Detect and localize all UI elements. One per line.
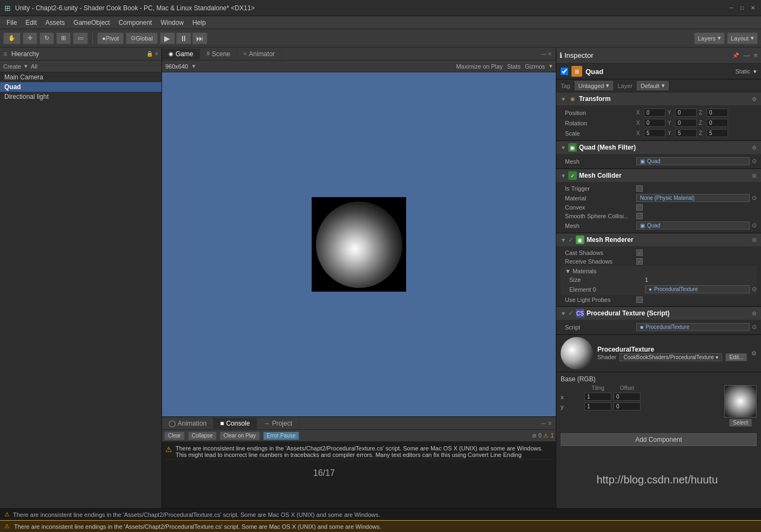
play-button[interactable]: ▶ (160, 32, 175, 44)
hierarchy-item-camera[interactable]: Main Camera (0, 72, 161, 82)
tab-console[interactable]: ■ Console (213, 418, 257, 429)
gizmos-btn[interactable]: Gizmos (525, 63, 545, 70)
mesh-renderer-header[interactable]: ▼ ✓ ▣ Mesh Renderer ⚙ (556, 233, 761, 246)
tab-animation[interactable]: ◯ Animation (162, 418, 213, 429)
tiling-x-input[interactable] (584, 393, 611, 401)
mesh-filter-settings[interactable]: ⚙ (752, 145, 757, 151)
is-trigger-checkbox[interactable] (636, 185, 643, 192)
script-ref[interactable]: ■ ProceduralTexture (636, 323, 750, 331)
mesh-filter-header[interactable]: ▼ ▣ Quad (Mesh Filter) ⚙ (556, 141, 761, 154)
step-button[interactable]: ⏭ (192, 32, 207, 44)
inspector-pin-icon[interactable]: 📌 (732, 52, 739, 58)
menu-window[interactable]: Window (156, 16, 188, 29)
create-button[interactable]: Create (3, 63, 21, 70)
all-button[interactable]: All (31, 63, 37, 70)
object-name[interactable]: Quad (585, 68, 603, 76)
bottom-menu-icon[interactable]: ≡ (548, 420, 551, 426)
pos-x-field[interactable] (644, 109, 665, 117)
collider-material-ref[interactable]: None (Physic Material) (636, 194, 750, 202)
use-light-probes-checkbox[interactable] (636, 297, 643, 303)
rotate-tool-button[interactable]: ↻ (39, 32, 54, 44)
global-button[interactable]: ⊙ Global (126, 32, 158, 44)
tab-animator[interactable]: ≈ Animator (237, 49, 282, 59)
hierarchy-lock-icon[interactable]: 🔒 (146, 51, 153, 57)
mesh-renderer-enabled[interactable]: ✓ (568, 236, 574, 244)
menu-edit[interactable]: Edit (21, 16, 41, 29)
edit-shader-button[interactable]: Edit... (725, 353, 747, 361)
hierarchy-item-quad[interactable]: Quad (0, 82, 161, 92)
pause-button[interactable]: ⏸ (176, 32, 191, 44)
stats-btn[interactable]: Stats (507, 63, 521, 70)
minimize-button[interactable]: ─ (728, 4, 735, 12)
layers-dropdown[interactable]: Layers ▾ (694, 32, 725, 44)
scale-tool-button[interactable]: ⊞ (56, 32, 71, 44)
mesh-renderer-settings[interactable]: ⚙ (752, 237, 757, 243)
transform-header[interactable]: ▼ ⊕ Transform ⚙ (556, 92, 761, 105)
offset-y-input[interactable] (614, 402, 641, 410)
script-settings[interactable]: ⚙ (752, 311, 757, 316)
smooth-sphere-checkbox[interactable] (636, 213, 643, 219)
layer-dropdown[interactable]: Default ▾ (637, 81, 669, 90)
clear-on-play-button[interactable]: Clear on Play (220, 432, 260, 440)
pivot-button[interactable]: ● Pivot (97, 32, 124, 44)
mesh-filter-mesh-ref[interactable]: ▣ Quad (636, 157, 750, 165)
select-color-button[interactable]: Select (729, 419, 752, 427)
res-dropdown-icon[interactable]: ▾ (192, 63, 196, 70)
material-select-icon[interactable]: ⊙ (752, 194, 757, 201)
view-maximize-icon[interactable]: — (541, 51, 546, 57)
collapse-button[interactable]: Collapse (188, 432, 217, 440)
menu-file[interactable]: File (2, 16, 21, 29)
gizmos-dropdown-icon[interactable]: ▾ (549, 63, 553, 70)
mesh-collider-header[interactable]: ▼ ✓ Mesh Collider ⚙ (556, 169, 761, 182)
rect-tool-button[interactable]: ▭ (73, 32, 88, 44)
receive-shadows-checkbox[interactable] (636, 258, 643, 265)
script-enabled[interactable]: ✓ (568, 309, 574, 317)
inspector-close-icon[interactable]: ≡ (753, 51, 758, 59)
static-dropdown-icon[interactable]: ▾ (753, 68, 757, 75)
object-enabled-checkbox[interactable] (561, 68, 568, 75)
menu-assets[interactable]: Assets (41, 16, 69, 29)
rot-x-field[interactable] (644, 119, 665, 127)
add-component-button[interactable]: Add Component (561, 433, 757, 446)
element-0-select[interactable]: ⊙ (752, 286, 757, 293)
rot-y-field[interactable] (675, 119, 697, 127)
maximize-button[interactable]: □ (738, 4, 746, 12)
maximize-on-play-btn[interactable]: Maximize on Play (456, 63, 502, 70)
collider-mesh-select[interactable]: ⊙ (752, 222, 757, 229)
color-preview[interactable] (724, 385, 757, 417)
hand-tool-button[interactable]: ✋ (3, 32, 21, 44)
error-pause-button[interactable]: Error Pause (263, 432, 299, 440)
tab-project[interactable]: → Project (257, 418, 299, 429)
collider-mesh-ref[interactable]: ▣ Quad (636, 221, 750, 230)
script-select[interactable]: ⊙ (752, 324, 757, 331)
pos-z-field[interactable] (706, 109, 728, 117)
rot-z-field[interactable] (706, 119, 728, 127)
material-settings-icon[interactable]: ⚙ (751, 350, 757, 357)
hierarchy-item-light[interactable]: Directional light (0, 92, 161, 102)
tiling-y-input[interactable] (584, 402, 611, 410)
layout-dropdown[interactable]: Layout ▾ (727, 32, 758, 44)
bottom-maximize-icon[interactable]: — (541, 420, 546, 426)
menu-component[interactable]: Component (114, 16, 156, 29)
tab-scene[interactable]: # Scene (200, 49, 238, 59)
tag-dropdown[interactable]: Untagged ▾ (575, 81, 614, 90)
transform-settings[interactable]: ⚙ (752, 96, 757, 102)
inspector-menu-icon[interactable]: — (743, 51, 750, 59)
scale-z-field[interactable] (706, 129, 728, 137)
convex-checkbox[interactable] (636, 204, 643, 211)
hierarchy-menu-icon[interactable]: ≡ (155, 51, 158, 57)
scale-x-field[interactable] (644, 129, 665, 137)
menu-help[interactable]: Help (188, 16, 210, 29)
static-toggle[interactable]: Static (735, 68, 750, 75)
mesh-collider-settings[interactable]: ⚙ (752, 173, 757, 179)
shader-dropdown[interactable]: CookBookShaders/ProceduralTexture ▾ (619, 353, 722, 361)
menu-gameobject[interactable]: GameObject (69, 16, 114, 29)
clear-button[interactable]: Clear (164, 432, 185, 440)
view-menu-icon[interactable]: ≡ (548, 51, 551, 57)
pos-y-field[interactable] (675, 109, 697, 117)
mesh-ref-select-icon[interactable]: ⊙ (752, 158, 757, 165)
close-button[interactable]: ✕ (749, 4, 757, 12)
move-tool-button[interactable]: ✛ (23, 32, 37, 44)
element-0-ref[interactable]: ● ProceduralTexture (645, 285, 750, 293)
scale-y-field[interactable] (675, 129, 697, 137)
